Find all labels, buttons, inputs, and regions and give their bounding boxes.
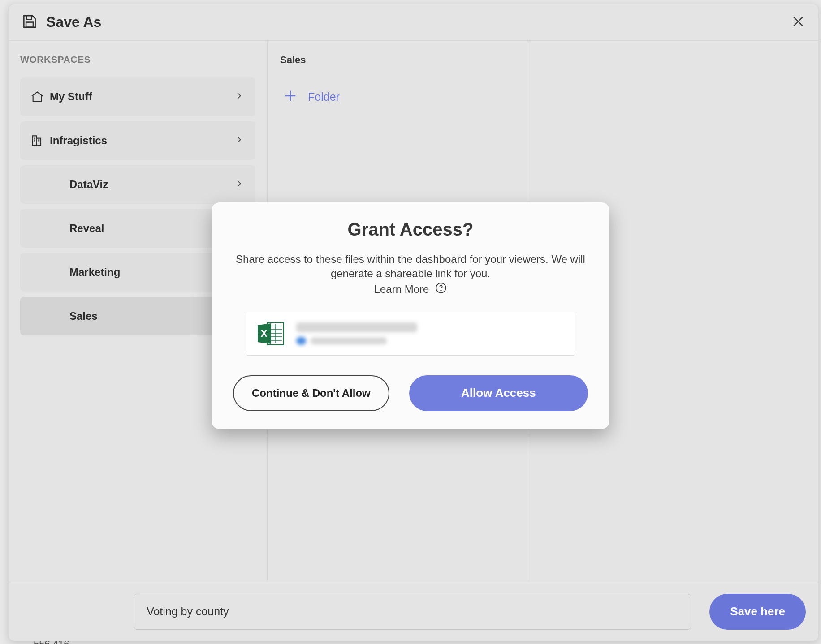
chevron-right-icon <box>234 179 244 190</box>
building-icon <box>30 133 50 148</box>
grant-access-modal: Grant Access? Share access to these file… <box>212 202 609 429</box>
svg-point-4 <box>441 290 441 291</box>
sidebar-heading: WORKSPACES <box>20 54 255 65</box>
allow-access-button[interactable]: Allow Access <box>409 375 588 411</box>
sidebar-item-label: Infragistics <box>50 134 234 147</box>
help-icon <box>435 282 447 296</box>
svg-text:X: X <box>261 328 268 339</box>
close-button[interactable] <box>791 14 806 31</box>
sidebar-item-label: DataViz <box>50 178 234 191</box>
modal-button-row: Continue & Don't Allow Allow Access <box>233 375 588 411</box>
filename-input[interactable] <box>134 594 691 630</box>
chevron-right-icon <box>234 91 244 103</box>
file-meta-blurred <box>296 322 565 345</box>
sidebar-item-infragistics[interactable]: Infragistics <box>20 121 255 160</box>
svg-rect-0 <box>26 22 33 27</box>
dialog-footer: Save here <box>9 582 818 641</box>
home-icon <box>30 90 50 104</box>
learn-more-link[interactable]: Learn More <box>233 282 588 296</box>
sidebar-item-dataviz[interactable]: DataViz <box>20 165 255 204</box>
modal-description: Share access to these files within the d… <box>233 252 588 281</box>
folder-breadcrumb: Sales <box>280 54 517 66</box>
learn-more-label: Learn More <box>374 283 429 296</box>
continue-dont-allow-button[interactable]: Continue & Don't Allow <box>233 375 389 411</box>
dialog-title: Save As <box>46 14 791 30</box>
modal-title: Grant Access? <box>233 219 588 240</box>
sidebar-item-label: My Stuff <box>50 90 234 103</box>
new-folder-button[interactable]: Folder <box>280 88 517 105</box>
dialog-header: Save As <box>9 4 818 41</box>
save-here-button[interactable]: Save here <box>709 594 806 630</box>
file-card: X <box>246 312 575 356</box>
svg-rect-1 <box>32 136 36 145</box>
plus-icon <box>283 88 298 105</box>
chevron-right-icon <box>234 135 244 146</box>
new-folder-label: Folder <box>308 90 340 103</box>
save-icon <box>21 13 38 32</box>
excel-icon: X <box>256 321 285 347</box>
sidebar-item-mystuff[interactable]: My Stuff <box>20 77 255 116</box>
